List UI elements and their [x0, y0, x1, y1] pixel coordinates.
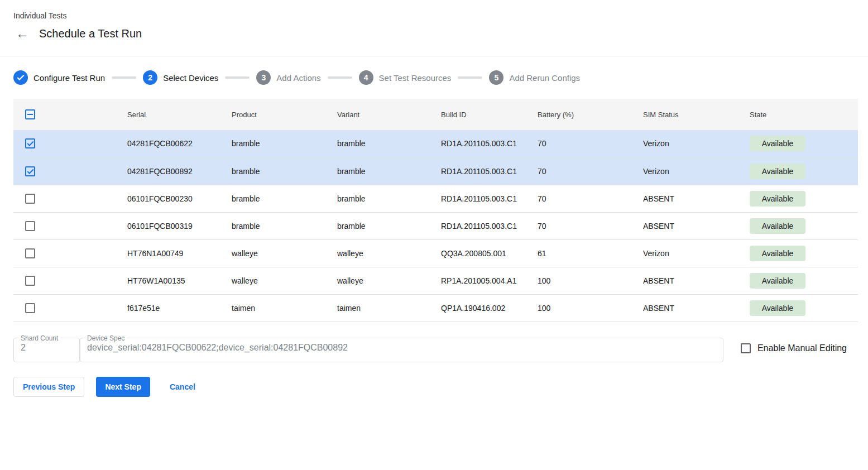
column-header-state: State: [750, 99, 858, 130]
step-number: 5: [489, 70, 503, 85]
cell-variant: bramble: [337, 185, 441, 212]
row-checkbox[interactable]: [25, 303, 35, 313]
table-row[interactable]: 04281FQCB00892 bramble bramble RD1A.2011…: [13, 157, 858, 185]
check-icon: [17, 73, 25, 80]
page-title: Schedule a Test Run: [39, 27, 142, 40]
cell-serial: f617e51e: [127, 294, 232, 322]
cell-variant: taimen: [337, 294, 441, 322]
cell-battery: 61: [538, 239, 643, 267]
cell-product: walleye: [232, 239, 337, 267]
select-all-checkbox[interactable]: [25, 109, 35, 119]
table-row[interactable]: 04281FQCB00622 bramble bramble RD1A.2011…: [13, 130, 858, 157]
table-row[interactable]: HT76N1A00749 walleye walleye QQ3A.200805…: [13, 239, 858, 267]
cancel-button[interactable]: Cancel: [161, 377, 204, 397]
column-header-battery: Battery (%): [538, 99, 643, 130]
step-set-test-resources[interactable]: 4 Set Test Resources: [359, 70, 452, 85]
cell-build-id: RP1A.201005.004.A1: [441, 267, 538, 294]
cell-battery: 100: [538, 294, 643, 322]
device-table: Serial Product Variant Build ID Battery …: [13, 99, 858, 322]
table-header-row: Serial Product Variant Build ID Battery …: [13, 99, 858, 130]
device-spec-value: device_serial:04281FQCB00622;device_seri…: [87, 343, 723, 353]
row-checkbox[interactable]: [25, 221, 35, 231]
shard-count-field[interactable]: Shard Count 2: [13, 334, 80, 362]
step-completed-circle: [13, 70, 28, 85]
column-header-product: Product: [232, 99, 337, 130]
manual-editing-checkbox[interactable]: [741, 343, 751, 353]
cell-sim-status: ABSENT: [643, 294, 750, 322]
cell-serial: HT76W1A00135: [127, 267, 232, 294]
cell-sim-status: Verizon: [643, 157, 750, 185]
row-checkbox[interactable]: [25, 194, 35, 204]
cell-sim-status: Verizon: [643, 239, 750, 267]
shard-count-label: Shard Count: [18, 334, 60, 342]
enable-manual-editing[interactable]: Enable Manual Editing: [741, 343, 847, 353]
row-checkbox[interactable]: [25, 166, 35, 176]
cell-serial: HT76N1A00749: [127, 239, 232, 267]
column-header-variant: Variant: [337, 99, 441, 130]
manual-editing-label: Enable Manual Editing: [757, 343, 847, 353]
table-row[interactable]: HT76W1A00135 walleye walleye RP1A.201005…: [13, 267, 858, 294]
step-add-rerun-configs[interactable]: 5 Add Rerun Configs: [489, 70, 580, 85]
row-checkbox[interactable]: [25, 276, 35, 286]
device-spec-field[interactable]: Device Spec device_serial:04281FQCB00622…: [80, 334, 723, 362]
row-checkbox[interactable]: [25, 138, 35, 148]
cell-sim-status: Verizon: [643, 130, 750, 157]
arrow-back-icon[interactable]: ←: [16, 27, 29, 40]
stepper: Configure Test Run 2 Select Devices 3 Ad…: [0, 56, 868, 99]
cell-serial: 04281FQCB00622: [127, 130, 232, 157]
device-spec-label: Device Spec: [85, 334, 127, 342]
cell-product: bramble: [232, 157, 337, 185]
step-label: Add Rerun Configs: [509, 73, 580, 83]
step-connector: [458, 76, 482, 79]
cell-build-id: RD1A.201105.003.C1: [441, 157, 538, 185]
cell-build-id: RD1A.201105.003.C1: [441, 130, 538, 157]
status-badge: Available: [750, 300, 805, 316]
breadcrumb: Individual Tests: [13, 11, 855, 20]
cell-battery: 100: [538, 267, 643, 294]
step-label: Set Test Resources: [379, 73, 452, 83]
step-configure-test-run[interactable]: Configure Test Run: [13, 70, 105, 85]
cell-product: walleye: [232, 267, 337, 294]
column-header-sim-status: SIM Status: [643, 99, 750, 130]
status-badge: Available: [750, 218, 805, 234]
cell-variant: walleye: [337, 239, 441, 267]
cell-sim-status: ABSENT: [643, 185, 750, 212]
table-row[interactable]: f617e51e taimen taimen QP1A.190416.002 1…: [13, 294, 858, 322]
step-number: 3: [256, 70, 271, 85]
previous-step-button[interactable]: Previous Step: [13, 377, 84, 397]
step-label: Add Actions: [276, 73, 320, 83]
step-connector: [225, 76, 250, 79]
cell-product: taimen: [232, 294, 337, 322]
table-row[interactable]: 06101FQCB00319 bramble bramble RD1A.2011…: [13, 212, 858, 239]
step-label: Configure Test Run: [33, 73, 105, 83]
table-row[interactable]: 06101FQCB00230 bramble bramble RD1A.2011…: [13, 185, 858, 212]
step-number: 4: [359, 70, 373, 85]
step-number: 2: [143, 70, 157, 85]
cell-battery: 70: [538, 185, 643, 212]
cell-variant: bramble: [337, 157, 441, 185]
cell-product: bramble: [232, 130, 337, 157]
shard-count-value: 2: [21, 343, 79, 353]
status-badge: Available: [750, 273, 805, 289]
step-connector: [112, 76, 136, 79]
cell-build-id: QQ3A.200805.001: [441, 239, 538, 267]
cell-battery: 70: [538, 157, 643, 185]
column-header-build-id: Build ID: [441, 99, 538, 130]
cell-sim-status: ABSENT: [643, 267, 750, 294]
cell-sim-status: ABSENT: [643, 212, 750, 239]
step-add-actions[interactable]: 3 Add Actions: [256, 70, 320, 85]
cell-battery: 70: [538, 212, 643, 239]
actions-bar: Previous Step Next Step Cancel: [13, 377, 855, 397]
step-select-devices[interactable]: 2 Select Devices: [143, 70, 218, 85]
cell-product: bramble: [232, 185, 337, 212]
row-checkbox[interactable]: [25, 248, 35, 258]
page-header: Individual Tests ← Schedule a Test Run: [0, 0, 868, 56]
next-step-button[interactable]: Next Step: [96, 377, 150, 397]
cell-variant: walleye: [337, 267, 441, 294]
cell-build-id: QP1A.190416.002: [441, 294, 538, 322]
step-label: Select Devices: [163, 73, 218, 83]
step-connector: [328, 76, 352, 79]
form-row: Shard Count 2 Device Spec device_serial:…: [13, 334, 855, 362]
cell-variant: bramble: [337, 212, 441, 239]
status-badge: Available: [750, 191, 805, 207]
